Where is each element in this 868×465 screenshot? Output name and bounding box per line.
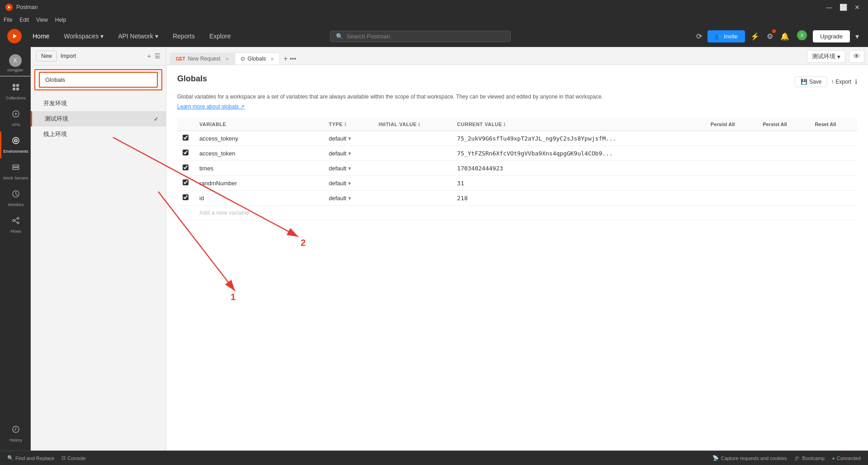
avatar-icon[interactable]: X	[795, 28, 809, 44]
menu-edit[interactable]: Edit	[19, 17, 29, 23]
search-input[interactable]	[347, 33, 505, 40]
export-button[interactable]: ↑ Export	[831, 79, 851, 85]
th-type-info-icon[interactable]: ℹ	[344, 122, 347, 127]
row5-initial-value[interactable]	[373, 191, 452, 206]
menu-file[interactable]: File	[4, 17, 12, 23]
row4-current-value[interactable]: 31	[452, 176, 705, 191]
sidebar-item-flows[interactable]: Flows	[0, 211, 30, 238]
notifications-icon[interactable]: 🔔	[778, 30, 791, 42]
add-variable-input[interactable]	[199, 209, 318, 216]
row4-type-dropdown-icon[interactable]: ▾	[348, 180, 351, 187]
row2-current-value[interactable]: 75_YtFZSRn6XfcVOt9gVVba9Xns4qpgGK9ul4COb…	[452, 146, 705, 161]
add-tab-icon[interactable]: +	[283, 55, 288, 63]
row3-current-value[interactable]: 1703402444923	[452, 161, 705, 176]
tab-globals-close-icon[interactable]: ✕	[270, 56, 274, 61]
row4-type[interactable]: default ▾	[323, 176, 373, 191]
row2-initial-value[interactable]	[373, 146, 452, 161]
row3-type-dropdown-icon[interactable]: ▾	[348, 165, 351, 172]
row2-variable[interactable]: access_token	[194, 146, 323, 161]
row5-current-value[interactable]: 218	[452, 191, 705, 206]
th-current-info-icon[interactable]: ℹ	[504, 122, 506, 127]
reset-all-button[interactable]: Reset All	[815, 122, 836, 127]
row1-type-dropdown-icon[interactable]: ▾	[348, 135, 351, 142]
maximize-button[interactable]: ⬜	[837, 3, 850, 12]
row4-initial-value[interactable]	[373, 176, 452, 191]
search-bar[interactable]: 🔍	[330, 31, 511, 42]
row1-type[interactable]: default ▾	[323, 131, 373, 146]
row4-checkbox-cell[interactable]	[177, 176, 194, 191]
nav-api-network[interactable]: API Network ▾	[114, 31, 162, 42]
minimize-button[interactable]: —	[823, 3, 835, 12]
nav-reports[interactable]: Reports	[169, 31, 198, 42]
nav-workspaces[interactable]: Workspaces ▾	[60, 31, 107, 42]
tab-new-request[interactable]: GET New Request ✕	[170, 52, 235, 65]
close-button[interactable]: ✕	[852, 3, 863, 12]
sync-icon[interactable]: ⟳	[694, 30, 704, 42]
row4-checkbox[interactable]	[183, 179, 189, 185]
env-item-devenv[interactable]: 开发环境	[31, 96, 166, 111]
upgrade-button[interactable]: Upgrade	[813, 30, 850, 42]
more-tabs-icon[interactable]: •••	[290, 55, 297, 62]
row3-type[interactable]: default ▾	[323, 161, 373, 176]
row2-checkbox-cell[interactable]	[177, 146, 194, 161]
row1-checkbox[interactable]	[183, 135, 189, 141]
th-initial-info-icon[interactable]: ℹ	[418, 122, 420, 127]
row3-variable[interactable]: times	[194, 161, 323, 176]
filter-env-icon[interactable]: ☰	[155, 52, 160, 60]
row5-checkbox-cell[interactable]	[177, 191, 194, 206]
svg-rect-5	[16, 84, 19, 87]
eye-icon[interactable]: 👁	[849, 50, 864, 63]
expand-icon[interactable]: ▾	[854, 30, 861, 42]
sidebar-item-environments[interactable]: Environments	[0, 132, 30, 158]
bootcamp-item[interactable]: 🎓 Bootcamp	[794, 455, 825, 461]
row1-checkbox-cell[interactable]	[177, 131, 194, 146]
nav-home[interactable]: Home	[29, 31, 53, 42]
sidebar-item-collections[interactable]: Collections	[0, 78, 30, 105]
add-variable-input-cell[interactable]	[194, 206, 323, 220]
api-icon[interactable]: ⚡	[749, 30, 761, 42]
invite-button[interactable]: 👥 Invite	[708, 30, 745, 42]
row2-checkbox[interactable]	[183, 150, 189, 155]
row5-checkbox[interactable]	[183, 194, 189, 200]
sidebar-item-history[interactable]: History	[0, 420, 30, 447]
env-selector[interactable]: 测试环境 ▾	[807, 50, 845, 63]
env-item-prodenv[interactable]: 线上环境	[31, 127, 166, 142]
sidebar-item-monitors[interactable]: Monitors	[0, 185, 30, 211]
row5-type[interactable]: default ▾	[323, 191, 373, 206]
settings-icon[interactable]: ⚙	[765, 30, 775, 42]
env-item-testenv[interactable]: 测试环境 ✓	[31, 111, 166, 127]
sidebar-item-apis[interactable]: APIs	[0, 105, 30, 132]
row4-variable[interactable]: randmNumber	[194, 176, 323, 191]
persist-all-button[interactable]: Persist All	[763, 122, 787, 127]
info-icon[interactable]: ℹ	[855, 78, 857, 85]
row2-type[interactable]: default ▾	[323, 146, 373, 161]
row1-initial-value[interactable]	[373, 131, 452, 146]
row5-variable[interactable]: id	[194, 191, 323, 206]
sidebar-item-mock-servers[interactable]: Mock Servers	[0, 158, 30, 185]
tab-globals[interactable]: ⊙ Globals ✕	[235, 52, 280, 65]
tab-close-icon[interactable]: ✕	[225, 56, 229, 61]
row5-type-dropdown-icon[interactable]: ▾	[348, 195, 351, 202]
window-controls[interactable]: — ⬜ ✕	[823, 3, 863, 12]
row3-initial-value[interactable]	[373, 161, 452, 176]
globals-item[interactable]: Globals	[39, 72, 158, 88]
find-replace-item[interactable]: 🔍 Find and Replace	[7, 455, 54, 461]
import-button[interactable]: Import	[61, 53, 76, 59]
row2-type-dropdown-icon[interactable]: ▾	[348, 150, 351, 157]
learn-more-link[interactable]: Learn more about globals ↗	[177, 103, 245, 110]
save-button[interactable]: 💾 Save	[795, 76, 827, 87]
row3-checkbox[interactable]	[183, 164, 189, 170]
menu-help[interactable]: Help	[55, 17, 66, 23]
menu-view[interactable]: View	[36, 17, 48, 23]
row1-variable[interactable]: access_tokeny	[194, 131, 323, 146]
new-button[interactable]: New	[36, 51, 57, 61]
table-more-button[interactable]: Persist All	[711, 122, 735, 127]
row3-checkbox-cell[interactable]	[177, 161, 194, 176]
row1-current-value[interactable]: 75_2ukV9G6sfTu49xpT2aYJL_ng9yC2sJs8Ypwjs…	[452, 131, 705, 146]
row3-extra	[705, 161, 857, 176]
console-item[interactable]: ⊡ Console	[61, 455, 85, 461]
add-env-icon[interactable]: +	[147, 52, 151, 60]
nav-explore[interactable]: Explore	[206, 31, 234, 42]
user-avatar[interactable]: X xiongjian	[2, 54, 28, 72]
capture-requests-item[interactable]: 📡 Capture requests and cookies	[712, 455, 787, 461]
